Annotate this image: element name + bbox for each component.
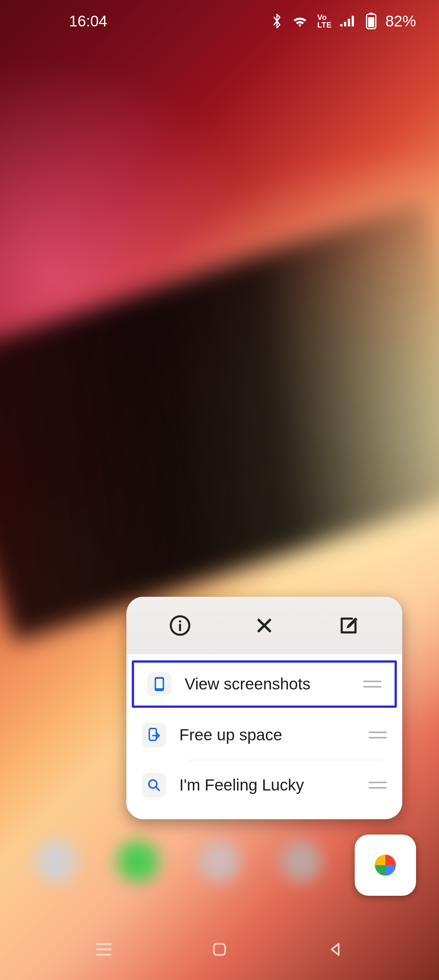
screenshot-icon — [147, 672, 172, 696]
free-space-icon — [142, 723, 166, 747]
shortcut-view-screenshots[interactable]: View screenshots — [132, 660, 397, 708]
svg-rect-2 — [348, 19, 350, 26]
google-photos-icon — [364, 844, 406, 886]
dock-app-blurred[interactable] — [109, 833, 167, 890]
svg-rect-20 — [214, 944, 225, 955]
svg-rect-5 — [369, 13, 373, 14]
shortcut-feeling-lucky[interactable]: I'm Feeling Lucky — [126, 760, 402, 810]
status-right: Vo LTE 82% — [271, 13, 416, 30]
svg-rect-14 — [149, 728, 156, 740]
app-shortcut-popup: View screenshots Free up space I'm Fee — [126, 597, 402, 819]
svg-rect-0 — [340, 24, 342, 26]
nav-back-button[interactable] — [322, 936, 349, 963]
wifi-icon — [291, 14, 309, 28]
battery-icon — [365, 13, 377, 29]
dock-app-blurred[interactable] — [28, 833, 85, 890]
edit-button[interactable] — [333, 610, 364, 641]
app-info-button[interactable] — [165, 610, 195, 641]
signal-icon — [340, 14, 357, 28]
shortcut-label: Free up space — [179, 726, 355, 744]
status-time: 16:04 — [69, 13, 107, 30]
popup-header — [126, 597, 402, 654]
shortcut-label: View screenshots — [185, 675, 350, 693]
search-icon — [142, 773, 166, 797]
popup-list: View screenshots Free up space I'm Fee — [126, 654, 402, 819]
shortcut-label: I'm Feeling Lucky — [179, 776, 355, 794]
svg-rect-3 — [352, 16, 354, 26]
nav-recents-button[interactable] — [90, 936, 117, 963]
volte-indicator: Vo LTE — [317, 13, 332, 29]
shortcut-free-up-space[interactable]: Free up space — [126, 710, 402, 760]
drag-handle-icon[interactable] — [363, 675, 382, 693]
drag-handle-icon[interactable] — [369, 776, 387, 794]
svg-line-16 — [156, 787, 159, 790]
svg-point-9 — [179, 620, 181, 622]
svg-rect-13 — [156, 679, 163, 688]
drag-handle-icon[interactable] — [369, 726, 387, 744]
dock-app-blurred[interactable] — [272, 833, 330, 890]
navigation-bar — [0, 919, 439, 980]
svg-rect-6 — [368, 17, 374, 27]
google-photos-app[interactable] — [355, 835, 416, 896]
battery-percent: 82% — [385, 13, 416, 30]
dock-app-blurred[interactable] — [191, 833, 248, 890]
nav-home-button[interactable] — [206, 936, 233, 963]
status-bar: 16:04 Vo LTE — [0, 0, 439, 42]
bluetooth-icon — [271, 13, 283, 29]
svg-rect-1 — [344, 22, 346, 26]
close-button[interactable] — [249, 610, 280, 641]
